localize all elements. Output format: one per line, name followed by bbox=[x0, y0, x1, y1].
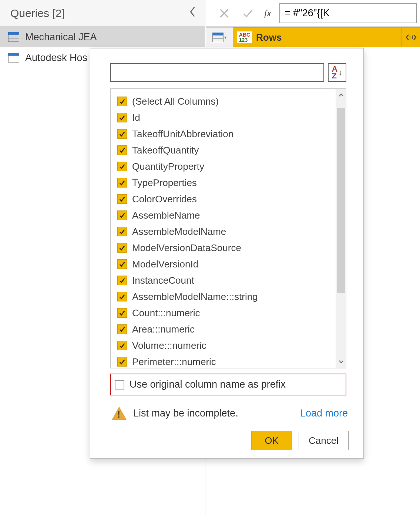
fx-icon[interactable]: fx bbox=[260, 8, 276, 19]
column-option-label: ColorOverrides bbox=[132, 193, 197, 205]
commit-formula-icon bbox=[236, 3, 260, 23]
cancel-button[interactable]: Cancel bbox=[299, 431, 349, 450]
column-option[interactable]: ColorOverrides bbox=[117, 191, 333, 207]
warning-icon bbox=[112, 407, 127, 420]
column-option[interactable]: ModelVersionId bbox=[117, 256, 333, 272]
any-type-icon: ABC123 bbox=[237, 31, 252, 44]
checkbox-checked-icon bbox=[117, 145, 127, 155]
column-option[interactable]: AssembleName bbox=[117, 207, 333, 223]
checkbox-checked-icon bbox=[117, 357, 127, 367]
column-option[interactable]: TakeoffUnitAbbreviation bbox=[117, 126, 333, 142]
checkbox-checked-icon bbox=[117, 341, 127, 350]
columns-listbox: (Select All Columns)IdTakeoffUnitAbbrevi… bbox=[110, 88, 346, 368]
checkbox-icon bbox=[115, 380, 124, 389]
ok-button[interactable]: OK bbox=[251, 431, 292, 450]
column-header-row: ▾ ABC123 Rows bbox=[206, 27, 420, 47]
checkbox-checked-icon bbox=[117, 243, 127, 253]
checkbox-checked-icon bbox=[117, 259, 127, 269]
checkbox-checked-icon bbox=[117, 113, 127, 122]
column-option[interactable]: TakeoffQuantity bbox=[117, 142, 333, 158]
column-option[interactable]: (Select All Columns) bbox=[117, 93, 333, 109]
column-option-label: Area:::numeric bbox=[132, 324, 195, 335]
checkbox-checked-icon bbox=[117, 194, 127, 204]
column-option-label: AssembleModelName bbox=[132, 226, 226, 237]
query-item-label: Mechanical JEA bbox=[25, 31, 97, 43]
formula-actions: fx bbox=[212, 3, 276, 23]
column-header-label: Rows bbox=[256, 32, 282, 43]
column-option-label: ModelVersionId bbox=[132, 259, 198, 270]
expand-columns-panel: AZ ↓ (Select All Columns)IdTakeoffUnitAb… bbox=[90, 48, 364, 459]
column-option[interactable]: Id bbox=[117, 109, 333, 126]
column-option-label: ModelVersionDataSource bbox=[132, 242, 241, 254]
checkbox-checked-icon bbox=[117, 308, 127, 318]
checkbox-checked-icon bbox=[117, 129, 127, 139]
column-option-label: Volume:::numeric bbox=[132, 340, 206, 351]
column-option[interactable]: ModelVersionDataSource bbox=[117, 240, 333, 256]
use-original-prefix-label: Use original column name as prefix bbox=[130, 379, 286, 390]
column-option[interactable]: TypeProperties bbox=[117, 175, 333, 191]
query-item-mechanical-jea[interactable]: Mechanical JEA bbox=[0, 27, 205, 47]
incomplete-warning-row: List may be incomplete. Load more bbox=[112, 407, 348, 420]
column-option-label: (Select All Columns) bbox=[132, 96, 219, 107]
column-option[interactable]: AssembleModelName:::string bbox=[117, 289, 333, 305]
chevron-down-icon: ▾ bbox=[224, 35, 226, 40]
checkbox-checked-icon bbox=[117, 276, 127, 285]
expand-column-icon[interactable] bbox=[401, 28, 420, 47]
checkbox-checked-icon bbox=[117, 324, 127, 334]
use-original-prefix-checkbox[interactable]: Use original column name as prefix bbox=[110, 374, 346, 395]
query-item-label: Autodesk Hos bbox=[25, 52, 87, 64]
checkbox-checked-icon bbox=[117, 227, 127, 236]
checkbox-checked-icon bbox=[117, 162, 127, 171]
column-header-rows[interactable]: ABC123 Rows bbox=[233, 27, 420, 47]
formula-bar: fx bbox=[206, 0, 420, 27]
checkbox-checked-icon bbox=[117, 210, 127, 220]
column-option[interactable]: Perimeter:::numeric bbox=[117, 354, 333, 368]
table-icon bbox=[8, 32, 19, 42]
column-option-label: TakeoffUnitAbbreviation bbox=[132, 128, 233, 140]
column-option[interactable]: Area:::numeric bbox=[117, 321, 333, 337]
collapse-icon[interactable] bbox=[189, 7, 196, 20]
formula-input[interactable] bbox=[279, 3, 417, 23]
cancel-formula-icon bbox=[212, 3, 236, 23]
column-option-label: Id bbox=[132, 112, 140, 124]
column-option-label: AssembleName bbox=[132, 210, 200, 221]
scroll-up-icon[interactable] bbox=[336, 89, 346, 101]
sort-az-button[interactable]: AZ ↓ bbox=[328, 63, 346, 82]
queries-title: Queries [2] bbox=[10, 7, 65, 20]
table-icon bbox=[212, 33, 224, 42]
column-search-input[interactable] bbox=[110, 63, 324, 82]
scroll-down-icon[interactable] bbox=[336, 355, 346, 368]
scroll-thumb[interactable] bbox=[337, 108, 345, 293]
row-index-header[interactable]: ▾ bbox=[206, 27, 233, 47]
column-option-label: Perimeter:::numeric bbox=[132, 356, 216, 368]
load-more-link[interactable]: Load more bbox=[300, 408, 348, 419]
column-option-label: QuantityProperty bbox=[132, 161, 204, 172]
column-option[interactable]: Volume:::numeric bbox=[117, 337, 333, 354]
checkbox-checked-icon bbox=[117, 97, 127, 106]
column-option-label: AssembleModelName:::string bbox=[132, 291, 258, 303]
column-option-label: InstanceCount bbox=[132, 275, 194, 286]
table-icon bbox=[8, 53, 19, 63]
incomplete-warning-text: List may be incomplete. bbox=[133, 408, 238, 419]
column-option[interactable]: AssembleModelName bbox=[117, 223, 333, 240]
column-option-label: TakeoffQuantity bbox=[132, 145, 199, 156]
column-option[interactable]: Count:::numeric bbox=[117, 305, 333, 321]
column-option[interactable]: InstanceCount bbox=[117, 272, 333, 289]
checkbox-checked-icon bbox=[117, 292, 127, 301]
column-option-label: TypeProperties bbox=[132, 177, 197, 189]
column-option-label: Count:::numeric bbox=[132, 307, 200, 319]
queries-header: Queries [2] bbox=[0, 0, 205, 27]
scrollbar[interactable] bbox=[336, 89, 346, 368]
column-option[interactable]: QuantityProperty bbox=[117, 158, 333, 175]
checkbox-checked-icon bbox=[117, 178, 127, 188]
